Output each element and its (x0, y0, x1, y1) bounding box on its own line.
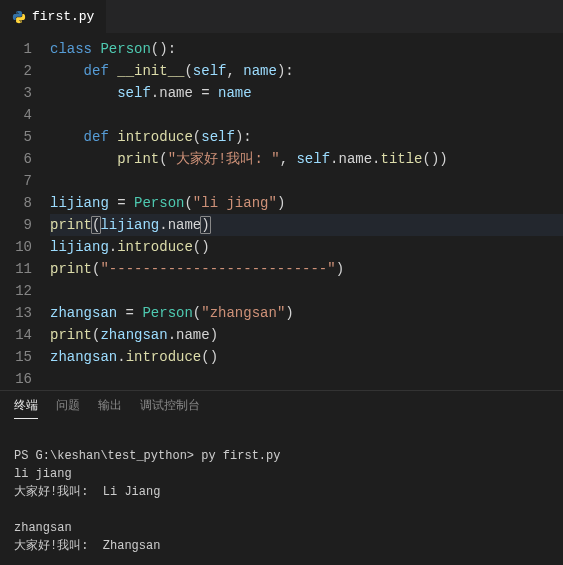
terminal-output[interactable]: PS G:\keshan\test_python> py first.py li… (0, 423, 563, 565)
panel-tab-bar: 终端 问题 输出 调试控制台 (0, 391, 563, 423)
code-line (50, 368, 563, 390)
code-line-active: print(lijiang.name) (50, 214, 563, 236)
code-line: def __init__(self, name): (50, 60, 563, 82)
tab-problems[interactable]: 问题 (56, 397, 80, 419)
terminal-line: 大家好!我叫: Zhangsan (14, 539, 160, 553)
code-line: print("--------------------------") (50, 258, 563, 280)
code-editor[interactable]: 1 2 3 4 5 6 7 8 9 10 11 12 13 14 15 16 c… (0, 34, 563, 390)
tab-debug-console[interactable]: 调试控制台 (140, 397, 200, 419)
code-line: zhangsan = Person("zhangsan") (50, 302, 563, 324)
code-line (50, 280, 563, 302)
code-line: print(zhangsan.name) (50, 324, 563, 346)
tab-output[interactable]: 输出 (98, 397, 122, 419)
tab-terminal[interactable]: 终端 (14, 397, 38, 419)
terminal-line: PS G:\keshan\test_python> py first.py (14, 449, 280, 463)
line-number-gutter: 1 2 3 4 5 6 7 8 9 10 11 12 13 14 15 16 (0, 38, 50, 390)
code-line: zhangsan.introduce() (50, 346, 563, 368)
code-content[interactable]: class Person(): def __init__(self, name)… (50, 38, 563, 390)
terminal-line: 大家好!我叫: Li Jiang (14, 485, 160, 499)
terminal-line: zhangsan (14, 521, 72, 535)
terminal-line: li jiang (14, 467, 72, 481)
code-line (50, 170, 563, 192)
python-file-icon (12, 10, 26, 24)
code-line: print("大家好!我叫: ", self.name.title()) (50, 148, 563, 170)
code-line (50, 104, 563, 126)
code-line: self.name = name (50, 82, 563, 104)
code-line: def introduce(self): (50, 126, 563, 148)
code-line: class Person(): (50, 38, 563, 60)
tab-label: first.py (32, 9, 94, 24)
bottom-panel: 终端 问题 输出 调试控制台 PS G:\keshan\test_python>… (0, 390, 563, 565)
editor-tab-bar: first.py (0, 0, 563, 34)
tab-first-py[interactable]: first.py (0, 0, 107, 33)
code-line: lijiang.introduce() (50, 236, 563, 258)
code-line: lijiang = Person("li jiang") (50, 192, 563, 214)
